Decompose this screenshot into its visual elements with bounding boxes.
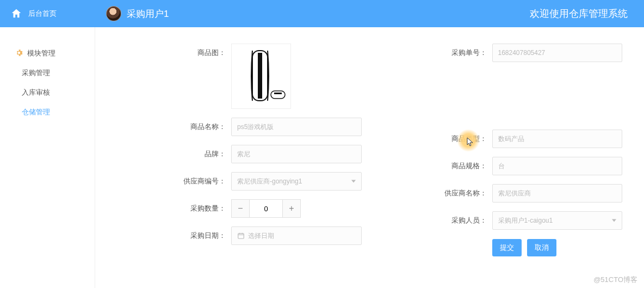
qty-value: 0 [250,199,282,218]
sidebar-item-label: 入库审核 [22,88,50,97]
buyer-select[interactable]: 采购用户1-caigou1 [492,211,623,230]
calendar-icon [237,232,245,240]
label-date: 采购日期 [101,226,231,245]
label-qty: 采购数量 [101,199,231,218]
sidebar-item-storage[interactable]: 仓储管理 [0,102,95,122]
svg-rect-4 [238,234,244,238]
purchase-date-input[interactable]: 选择日期 [231,226,362,245]
label-product-name: 商品名称 [101,118,231,136]
sidebar-item-label: 模块管理 [27,48,55,58]
submit-button[interactable]: 提交 [492,239,522,256]
svg-rect-3 [274,93,282,94]
sidebar: 模块管理 采购管理 入库审核 仓储管理 [0,27,95,288]
user-name: 采购用户1 [127,8,169,20]
header-right: 采购用户1 欢迎使用仓库管理系统 [95,0,644,27]
svg-rect-2 [271,91,285,99]
label-product-type: 商品类型 [362,130,492,148]
qty-minus-button[interactable]: − [231,199,250,218]
spec-input[interactable] [498,162,617,170]
qty-plus-button[interactable]: + [282,199,301,218]
welcome-text: 欢迎使用仓库管理系统 [530,7,628,20]
sidebar-item-label: 仓储管理 [22,107,50,117]
user-area[interactable]: 采购用户1 [106,6,169,21]
supplier-name-input[interactable] [498,189,617,197]
label-spec: 商品规格 [362,157,492,175]
product-name-input[interactable] [237,123,356,131]
sidebar-item-purchase[interactable]: 采购管理 [0,63,95,83]
product-image[interactable] [231,44,291,109]
label-supplier-code: 供应商编号 [101,172,231,191]
top-header: 后台首页 采购用户1 欢迎使用仓库管理系统 [0,0,644,27]
supplier-code-select[interactable]: 索尼供应商-gongying1 [231,172,362,191]
label-buyer: 采购人员 [362,211,492,230]
cancel-button[interactable]: 取消 [527,239,556,256]
label-supplier-name: 供应商名称 [362,184,492,203]
avatar [106,6,121,21]
brand-input[interactable] [237,150,356,158]
label-order-no: 采购单号 [362,44,492,62]
label-brand: 品牌 [101,145,231,163]
order-no-input[interactable] [498,49,617,57]
sidebar-item-label: 采购管理 [22,68,50,78]
product-type-input[interactable] [498,135,617,143]
quantity-stepper: − 0 + [231,199,362,218]
home-label: 后台首页 [28,9,57,19]
svg-rect-1 [258,53,262,99]
home-icon [10,7,23,20]
gear-icon [15,49,23,58]
sidebar-item-module[interactable]: 模块管理 [0,44,95,63]
label-product-image: 商品图 [101,44,231,62]
sidebar-item-inbound[interactable]: 入库审核 [0,83,95,102]
header-home[interactable]: 后台首页 [0,0,95,27]
watermark: @51CTO博客 [593,275,637,285]
main-content: 商品图 商品名称 [95,27,644,288]
